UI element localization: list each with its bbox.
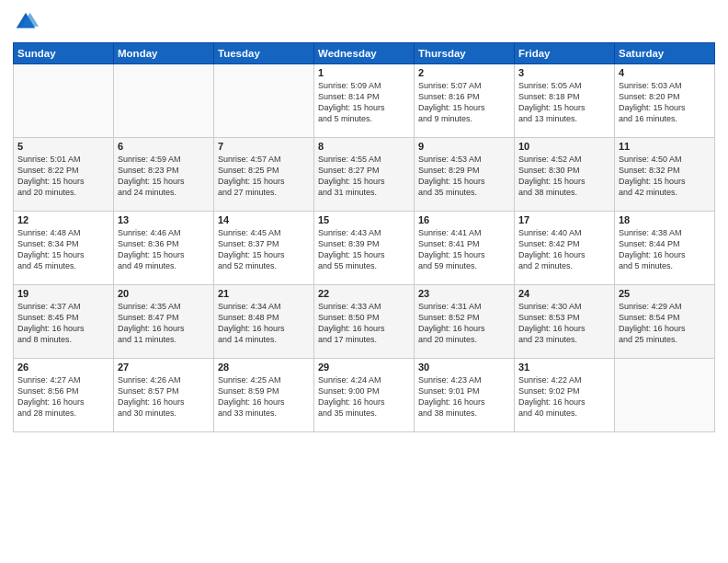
- day-number: 24: [518, 288, 610, 299]
- day-number: 28: [218, 362, 310, 373]
- calendar-week-3: 12Sunrise: 4:48 AM Sunset: 8:34 PM Dayli…: [14, 212, 715, 285]
- day-info: Sunrise: 5:07 AM Sunset: 8:16 PM Dayligh…: [418, 80, 510, 125]
- day-info: Sunrise: 4:37 AM Sunset: 8:45 PM Dayligh…: [17, 301, 109, 346]
- day-info: Sunrise: 4:33 AM Sunset: 8:50 PM Dayligh…: [318, 301, 410, 346]
- day-number: 7: [218, 141, 310, 152]
- calendar-cell: 2Sunrise: 5:07 AM Sunset: 8:16 PM Daylig…: [415, 64, 515, 138]
- day-number: 6: [118, 141, 210, 152]
- calendar-cell: 24Sunrise: 4:30 AM Sunset: 8:53 PM Dayli…: [515, 285, 615, 359]
- calendar-cell: [114, 64, 214, 138]
- day-header-wednesday: Wednesday: [314, 43, 415, 64]
- calendar-cell: 13Sunrise: 4:46 AM Sunset: 8:36 PM Dayli…: [114, 212, 214, 285]
- calendar-table: SundayMondayTuesdayWednesdayThursdayFrid…: [13, 42, 715, 432]
- day-info: Sunrise: 4:27 AM Sunset: 8:56 PM Dayligh…: [17, 374, 109, 419]
- day-info: Sunrise: 4:24 AM Sunset: 9:00 PM Dayligh…: [318, 374, 410, 419]
- day-info: Sunrise: 4:29 AM Sunset: 8:54 PM Dayligh…: [619, 301, 711, 346]
- day-info: Sunrise: 4:30 AM Sunset: 8:53 PM Dayligh…: [518, 301, 610, 346]
- day-info: Sunrise: 4:53 AM Sunset: 8:29 PM Dayligh…: [418, 154, 510, 199]
- day-info: Sunrise: 4:45 AM Sunset: 8:37 PM Dayligh…: [218, 227, 310, 272]
- day-number: 18: [619, 214, 711, 225]
- calendar-cell: 30Sunrise: 4:23 AM Sunset: 9:01 PM Dayli…: [415, 359, 515, 432]
- calendar-cell: 18Sunrise: 4:38 AM Sunset: 8:44 PM Dayli…: [615, 212, 715, 285]
- day-number: 14: [218, 214, 310, 225]
- day-info: Sunrise: 4:25 AM Sunset: 8:59 PM Dayligh…: [218, 374, 310, 419]
- calendar-header-row: SundayMondayTuesdayWednesdayThursdayFrid…: [14, 43, 715, 64]
- day-number: 11: [619, 141, 711, 152]
- day-info: Sunrise: 4:23 AM Sunset: 9:01 PM Dayligh…: [418, 374, 510, 419]
- logo: [13, 9, 42, 35]
- day-info: Sunrise: 4:46 AM Sunset: 8:36 PM Dayligh…: [118, 227, 210, 272]
- calendar-cell: 26Sunrise: 4:27 AM Sunset: 8:56 PM Dayli…: [14, 359, 114, 432]
- calendar-cell: 8Sunrise: 4:55 AM Sunset: 8:27 PM Daylig…: [314, 138, 415, 212]
- day-info: Sunrise: 4:48 AM Sunset: 8:34 PM Dayligh…: [17, 227, 109, 272]
- page-header: [13, 9, 715, 35]
- calendar-week-5: 26Sunrise: 4:27 AM Sunset: 8:56 PM Dayli…: [14, 359, 715, 432]
- day-number: 19: [17, 288, 109, 299]
- day-number: 22: [318, 288, 410, 299]
- calendar-week-1: 1Sunrise: 5:09 AM Sunset: 8:14 PM Daylig…: [14, 64, 715, 138]
- calendar-cell: 27Sunrise: 4:26 AM Sunset: 8:57 PM Dayli…: [114, 359, 214, 432]
- calendar-cell: [214, 64, 314, 138]
- day-header-friday: Friday: [515, 43, 615, 64]
- day-number: 25: [619, 288, 711, 299]
- day-info: Sunrise: 4:59 AM Sunset: 8:23 PM Dayligh…: [118, 154, 210, 199]
- day-number: 30: [418, 362, 510, 373]
- day-number: 1: [318, 67, 410, 78]
- calendar-cell: 19Sunrise: 4:37 AM Sunset: 8:45 PM Dayli…: [14, 285, 114, 359]
- day-info: Sunrise: 4:55 AM Sunset: 8:27 PM Dayligh…: [318, 154, 410, 199]
- day-number: 10: [518, 141, 610, 152]
- calendar-cell: 28Sunrise: 4:25 AM Sunset: 8:59 PM Dayli…: [214, 359, 314, 432]
- day-info: Sunrise: 5:09 AM Sunset: 8:14 PM Dayligh…: [318, 80, 410, 125]
- day-number: 13: [118, 214, 210, 225]
- day-info: Sunrise: 4:50 AM Sunset: 8:32 PM Dayligh…: [619, 154, 711, 199]
- day-number: 26: [17, 362, 109, 373]
- day-number: 9: [418, 141, 510, 152]
- day-info: Sunrise: 5:05 AM Sunset: 8:18 PM Dayligh…: [518, 80, 610, 125]
- day-info: Sunrise: 4:31 AM Sunset: 8:52 PM Dayligh…: [418, 301, 510, 346]
- day-number: 31: [518, 362, 610, 373]
- calendar-cell: 5Sunrise: 5:01 AM Sunset: 8:22 PM Daylig…: [14, 138, 114, 212]
- day-info: Sunrise: 4:35 AM Sunset: 8:47 PM Dayligh…: [118, 301, 210, 346]
- day-info: Sunrise: 4:43 AM Sunset: 8:39 PM Dayligh…: [318, 227, 410, 272]
- day-info: Sunrise: 4:41 AM Sunset: 8:41 PM Dayligh…: [418, 227, 510, 272]
- day-info: Sunrise: 4:52 AM Sunset: 8:30 PM Dayligh…: [518, 154, 610, 199]
- calendar-cell: [14, 64, 114, 138]
- calendar-cell: 29Sunrise: 4:24 AM Sunset: 9:00 PM Dayli…: [314, 359, 415, 432]
- day-number: 21: [218, 288, 310, 299]
- calendar-cell: 21Sunrise: 4:34 AM Sunset: 8:48 PM Dayli…: [214, 285, 314, 359]
- day-number: 8: [318, 141, 410, 152]
- day-number: 2: [418, 67, 510, 78]
- calendar-cell: 6Sunrise: 4:59 AM Sunset: 8:23 PM Daylig…: [114, 138, 214, 212]
- day-info: Sunrise: 4:22 AM Sunset: 9:02 PM Dayligh…: [518, 374, 610, 419]
- calendar-cell: 12Sunrise: 4:48 AM Sunset: 8:34 PM Dayli…: [14, 212, 114, 285]
- day-header-sunday: Sunday: [14, 43, 114, 64]
- calendar-week-4: 19Sunrise: 4:37 AM Sunset: 8:45 PM Dayli…: [14, 285, 715, 359]
- day-number: 23: [418, 288, 510, 299]
- day-header-tuesday: Tuesday: [214, 43, 314, 64]
- calendar-cell: 1Sunrise: 5:09 AM Sunset: 8:14 PM Daylig…: [314, 64, 415, 138]
- calendar-cell: 23Sunrise: 4:31 AM Sunset: 8:52 PM Dayli…: [415, 285, 515, 359]
- calendar-cell: 9Sunrise: 4:53 AM Sunset: 8:29 PM Daylig…: [415, 138, 515, 212]
- day-header-saturday: Saturday: [615, 43, 715, 64]
- day-number: 17: [518, 214, 610, 225]
- calendar-cell: 17Sunrise: 4:40 AM Sunset: 8:42 PM Dayli…: [515, 212, 615, 285]
- calendar-cell: 15Sunrise: 4:43 AM Sunset: 8:39 PM Dayli…: [314, 212, 415, 285]
- day-info: Sunrise: 4:57 AM Sunset: 8:25 PM Dayligh…: [218, 154, 310, 199]
- day-info: Sunrise: 4:38 AM Sunset: 8:44 PM Dayligh…: [619, 227, 711, 272]
- calendar-cell: 4Sunrise: 5:03 AM Sunset: 8:20 PM Daylig…: [615, 64, 715, 138]
- calendar-cell: [615, 359, 715, 432]
- day-number: 4: [619, 67, 711, 78]
- calendar-week-2: 5Sunrise: 5:01 AM Sunset: 8:22 PM Daylig…: [14, 138, 715, 212]
- day-info: Sunrise: 4:34 AM Sunset: 8:48 PM Dayligh…: [218, 301, 310, 346]
- calendar-cell: 16Sunrise: 4:41 AM Sunset: 8:41 PM Dayli…: [415, 212, 515, 285]
- calendar-cell: 14Sunrise: 4:45 AM Sunset: 8:37 PM Dayli…: [214, 212, 314, 285]
- day-header-thursday: Thursday: [415, 43, 515, 64]
- day-info: Sunrise: 4:26 AM Sunset: 8:57 PM Dayligh…: [118, 374, 210, 419]
- day-number: 3: [518, 67, 610, 78]
- day-number: 15: [318, 214, 410, 225]
- day-info: Sunrise: 5:03 AM Sunset: 8:20 PM Dayligh…: [619, 80, 711, 125]
- day-number: 5: [17, 141, 109, 152]
- calendar-cell: 3Sunrise: 5:05 AM Sunset: 8:18 PM Daylig…: [515, 64, 615, 138]
- calendar-cell: 7Sunrise: 4:57 AM Sunset: 8:25 PM Daylig…: [214, 138, 314, 212]
- calendar-cell: 10Sunrise: 4:52 AM Sunset: 8:30 PM Dayli…: [515, 138, 615, 212]
